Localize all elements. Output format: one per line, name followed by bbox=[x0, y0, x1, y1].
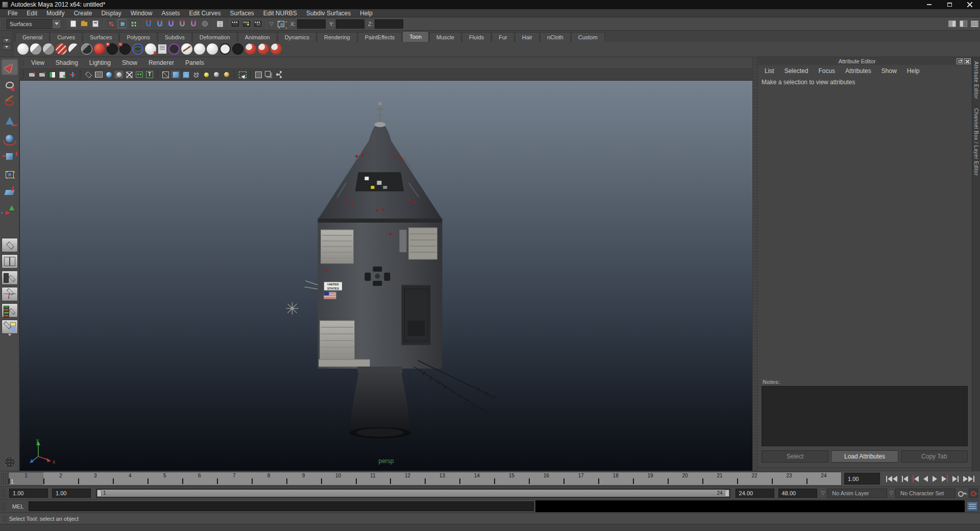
step-back-key-button[interactable] bbox=[911, 474, 920, 484]
toolbox-gadget-button[interactable] bbox=[4, 456, 15, 468]
menu-window[interactable]: Window bbox=[126, 10, 157, 17]
frame-7[interactable]: 7 bbox=[217, 472, 252, 485]
frame-10[interactable]: 10 bbox=[321, 472, 356, 485]
play-backwards-button[interactable] bbox=[922, 474, 929, 484]
ae-menu-help[interactable]: Help bbox=[902, 67, 925, 75]
shelf-tab-ncloth[interactable]: nCloth bbox=[540, 32, 571, 42]
select-object-icon[interactable] bbox=[117, 18, 127, 29]
command-language-label[interactable]: MEL bbox=[7, 503, 29, 510]
shelf-dark-profile-fill-icon[interactable] bbox=[81, 43, 92, 55]
show-channel-box-button[interactable] bbox=[969, 18, 979, 29]
notes-textarea[interactable] bbox=[762, 386, 968, 446]
field-chart-icon[interactable] bbox=[125, 70, 134, 79]
viewport-canvas[interactable]: UNITED STATES bbox=[19, 81, 752, 471]
shelf-wire-sphere-icon[interactable] bbox=[132, 43, 143, 55]
safe-title-icon[interactable] bbox=[145, 70, 154, 79]
move-tool-button[interactable] bbox=[1, 112, 18, 129]
no-gate-icon[interactable] bbox=[84, 70, 93, 79]
plugin-objects-icon[interactable] bbox=[274, 70, 283, 79]
shelf-crease-line-2-icon[interactable] bbox=[258, 43, 269, 55]
paint-select-tool-button[interactable] bbox=[1, 94, 18, 111]
shelf-tab-polygons[interactable]: Polygons bbox=[119, 32, 157, 42]
panel-splitter[interactable] bbox=[752, 57, 757, 471]
shelf-assign-fill-icon[interactable] bbox=[145, 43, 156, 55]
frame-11[interactable]: 11 bbox=[356, 472, 390, 485]
playback-end-field[interactable]: 24.00 bbox=[736, 489, 774, 498]
snap-grids-icon[interactable] bbox=[143, 18, 154, 29]
drag-grip[interactable] bbox=[1, 502, 6, 511]
shelf-tab-animation[interactable]: Animation bbox=[238, 32, 277, 42]
playback-range-bar[interactable]: 1 24 bbox=[96, 489, 730, 498]
shelf-tabs-toggle-button[interactable] bbox=[2, 38, 11, 43]
y-coord-input[interactable] bbox=[336, 19, 364, 29]
shelf-crease-line-3-icon[interactable] bbox=[271, 43, 282, 55]
default-light-icon[interactable] bbox=[202, 70, 211, 79]
snap-curves-icon[interactable] bbox=[155, 18, 165, 29]
resolution-gate-icon[interactable] bbox=[104, 70, 113, 79]
play-forwards-button[interactable] bbox=[931, 474, 939, 484]
render-frame-icon[interactable] bbox=[230, 18, 240, 29]
snap-points-icon[interactable] bbox=[166, 18, 176, 29]
x-ray-icon[interactable] bbox=[254, 70, 263, 79]
shelf-solid-fill-icon[interactable] bbox=[17, 43, 29, 55]
menu-modify[interactable]: Modify bbox=[42, 10, 69, 17]
render-settings-icon[interactable] bbox=[253, 18, 263, 29]
step-forward-frame-button[interactable] bbox=[951, 474, 960, 484]
frame-22[interactable]: 22 bbox=[737, 472, 772, 485]
layout-hypershade-persp-button[interactable] bbox=[2, 303, 18, 318]
shelf-tab-deformation[interactable]: Deformation bbox=[192, 32, 237, 42]
frame-3[interactable]: 3 bbox=[78, 472, 113, 485]
shelf-tab-general[interactable]: General bbox=[15, 32, 50, 42]
show-attribute-editor-button[interactable] bbox=[947, 18, 957, 29]
x-ray-joints-icon[interactable] bbox=[264, 70, 273, 79]
panel-menu-panels[interactable]: Panels bbox=[180, 59, 210, 66]
shelf-menu-toggle-button[interactable] bbox=[2, 44, 11, 50]
menu-edit[interactable]: Edit bbox=[22, 10, 42, 17]
frame-16[interactable]: 16 bbox=[529, 472, 564, 485]
use-all-lights-icon[interactable] bbox=[191, 70, 201, 79]
frame-21[interactable]: 21 bbox=[702, 472, 737, 485]
textured-light-icon[interactable] bbox=[222, 70, 231, 79]
copy-tab-button[interactable]: Copy Tab bbox=[901, 450, 968, 463]
frame-4[interactable]: 4 bbox=[113, 472, 148, 485]
show-manipulator-button[interactable] bbox=[1, 202, 18, 219]
ae-menu-show[interactable]: Show bbox=[876, 67, 902, 75]
smooth-shade-icon[interactable] bbox=[171, 70, 180, 79]
shelf-tab-painteffects[interactable]: PaintEffects bbox=[358, 32, 402, 42]
ae-menu-list[interactable]: List bbox=[760, 67, 779, 75]
shelf-remove-outline-icon[interactable]: − bbox=[119, 43, 131, 55]
shelf-gray-tone-fill-icon[interactable] bbox=[43, 43, 54, 55]
shelf-black-profile-icon[interactable] bbox=[232, 43, 243, 55]
gate-mask-icon[interactable] bbox=[114, 70, 124, 79]
frame-23[interactable]: 23 bbox=[772, 472, 806, 485]
shelf-purple-outline-icon[interactable] bbox=[168, 43, 180, 55]
shelf-shaded-red-fill-icon[interactable] bbox=[94, 43, 105, 55]
layout-four-pane-button[interactable] bbox=[2, 254, 18, 269]
character-set-dropdown[interactable]: No Character Set bbox=[895, 489, 955, 498]
maximize-button[interactable] bbox=[939, 0, 960, 9]
auto-keyframe-toggle[interactable] bbox=[969, 489, 978, 498]
panel-menu-show[interactable]: Show bbox=[116, 59, 143, 66]
frame-2[interactable]: 2 bbox=[43, 472, 78, 485]
layout-persp-outliner-button[interactable] bbox=[2, 271, 18, 285]
time-slider-ruler[interactable]: 123456789101112131415161718192021222324 bbox=[8, 472, 842, 486]
menu-set-dropdown[interactable]: Surfaces bbox=[6, 19, 61, 29]
universal-manipulator-button[interactable] bbox=[1, 166, 18, 183]
shelf-two-tone-fill-icon[interactable] bbox=[30, 43, 41, 55]
textured-icon[interactable] bbox=[181, 70, 190, 79]
make-live-icon[interactable] bbox=[200, 18, 210, 29]
layout-expand-button[interactable] bbox=[8, 336, 12, 345]
ae-menu-attributes[interactable]: Attributes bbox=[840, 67, 876, 75]
range-start-handle[interactable] bbox=[97, 490, 102, 497]
drag-grip[interactable] bbox=[62, 19, 66, 29]
go-to-start-button[interactable] bbox=[885, 474, 899, 484]
shelf-tab-hair[interactable]: Hair bbox=[515, 32, 540, 42]
anim-layer-chevron-icon[interactable]: ▽ bbox=[821, 490, 825, 496]
new-scene-button[interactable] bbox=[68, 18, 78, 29]
flat-light-icon[interactable] bbox=[212, 70, 221, 79]
panel-menu-view[interactable]: View bbox=[26, 59, 50, 66]
frame-9[interactable]: 9 bbox=[286, 472, 321, 485]
anim-layer-dropdown[interactable]: No Anim Layer bbox=[827, 489, 887, 498]
command-input[interactable] bbox=[29, 501, 534, 511]
range-end-handle[interactable] bbox=[725, 490, 729, 497]
